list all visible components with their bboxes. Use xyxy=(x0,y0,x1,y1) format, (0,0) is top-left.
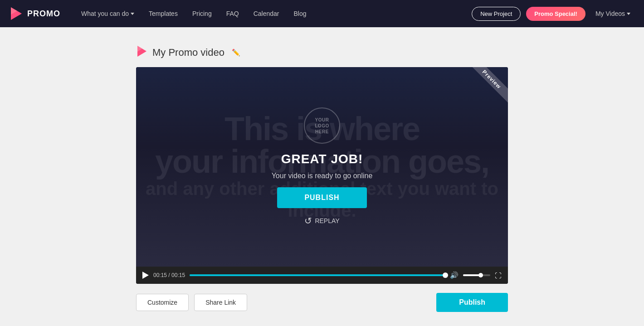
bottom-actions: Customize Share Link Publish xyxy=(136,293,508,312)
logo[interactable]: PROMO xyxy=(9,6,60,21)
video-screen: This is where your information goes, and… xyxy=(136,67,508,267)
svg-marker-4 xyxy=(142,272,149,279)
time-display: 00:15 / 00:15 xyxy=(153,272,185,278)
play-button[interactable] xyxy=(142,272,149,279)
publish-video-button[interactable]: PUBLISH xyxy=(277,187,366,208)
video-complete-overlay: GREAT JOB! Your video is ready to go onl… xyxy=(272,152,373,226)
left-actions: Customize Share Link xyxy=(136,294,247,311)
video-container: My Promo video ✏️ This is where your inf… xyxy=(136,45,508,312)
volume-thumb xyxy=(478,273,483,277)
video-controls: 00:15 / 00:15 🔊 ⛶ xyxy=(136,267,508,284)
main-content: My Promo video ✏️ This is where your inf… xyxy=(0,27,644,326)
progress-thumb xyxy=(443,272,448,278)
nav-actions: New Project Promo Special! My Videos xyxy=(472,7,635,21)
navbar: PROMO What you can do Templates Pricing … xyxy=(0,0,644,27)
nav-blog[interactable]: Blog xyxy=(287,0,314,27)
logo-placeholder-text: YOURLOGOHERE xyxy=(315,117,329,135)
video-title: My Promo video xyxy=(152,47,224,58)
nav-templates[interactable]: Templates xyxy=(141,0,185,27)
overlay-title: GREAT JOB! xyxy=(281,152,363,166)
new-project-button[interactable]: New Project xyxy=(472,7,521,21)
nav-what-you-can-do[interactable]: What you can do xyxy=(74,0,141,27)
logo-text: PROMO xyxy=(27,9,60,19)
progress-bar[interactable] xyxy=(190,274,445,276)
fullscreen-icon[interactable]: ⛶ xyxy=(495,272,502,279)
overlay-subtitle: Your video is ready to go online xyxy=(272,172,373,180)
volume-icon[interactable]: 🔊 xyxy=(450,271,459,279)
video-player: This is where your information goes, and… xyxy=(136,67,508,284)
share-link-button[interactable]: Share Link xyxy=(194,294,247,311)
replay-icon: ↺ xyxy=(304,215,312,226)
my-videos-chevron-icon xyxy=(627,13,630,15)
chevron-down-icon xyxy=(131,13,134,15)
my-videos-dropdown[interactable]: My Videos xyxy=(591,10,635,17)
video-title-row: My Promo video ✏️ xyxy=(136,45,508,60)
publish-main-button[interactable]: Publish xyxy=(436,293,508,312)
nav-calendar[interactable]: Calendar xyxy=(246,0,287,27)
promo-play-icon xyxy=(136,45,148,60)
nav-links: What you can do Templates Pricing FAQ Ca… xyxy=(74,0,472,27)
replay-button[interactable]: ↺ REPLAY xyxy=(304,215,339,226)
customize-button[interactable]: Customize xyxy=(136,294,189,311)
promo-special-button[interactable]: Promo Special! xyxy=(526,7,585,21)
progress-bar-fill xyxy=(190,274,445,276)
logo-placeholder: YOURLOGOHERE xyxy=(304,107,340,144)
edit-icon[interactable]: ✏️ xyxy=(232,49,240,57)
volume-bar[interactable] xyxy=(463,274,490,276)
preview-ribbon: Preview xyxy=(467,67,508,104)
nav-pricing[interactable]: Pricing xyxy=(185,0,219,27)
nav-faq[interactable]: FAQ xyxy=(219,0,246,27)
